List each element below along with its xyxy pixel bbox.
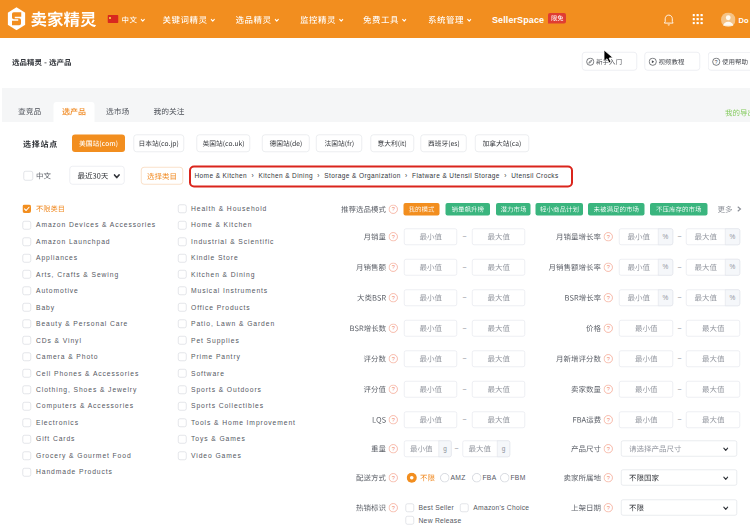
svg-text:?: ?: [392, 504, 395, 510]
svg-text:?: ?: [392, 474, 395, 480]
svg-text:?: ?: [715, 59, 718, 65]
svg-text:?: ?: [392, 386, 395, 392]
svg-text:?: ?: [607, 355, 610, 361]
svg-text:?: ?: [607, 416, 610, 422]
svg-text:?: ?: [607, 294, 610, 300]
svg-text:?: ?: [392, 294, 395, 300]
svg-text:?: ?: [607, 504, 610, 510]
svg-text:?: ?: [392, 445, 395, 451]
svg-text:?: ?: [607, 325, 610, 331]
svg-text:?: ?: [607, 386, 610, 392]
svg-text:?: ?: [607, 474, 610, 480]
svg-text:?: ?: [392, 416, 395, 422]
svg-text:?: ?: [392, 355, 395, 361]
svg-text:?: ?: [392, 233, 395, 239]
svg-text:?: ?: [607, 233, 610, 239]
svg-text:?: ?: [607, 264, 610, 270]
svg-text:?: ?: [392, 325, 395, 331]
svg-text:?: ?: [607, 445, 610, 451]
svg-text:?: ?: [392, 206, 395, 212]
svg-text:?: ?: [392, 264, 395, 270]
